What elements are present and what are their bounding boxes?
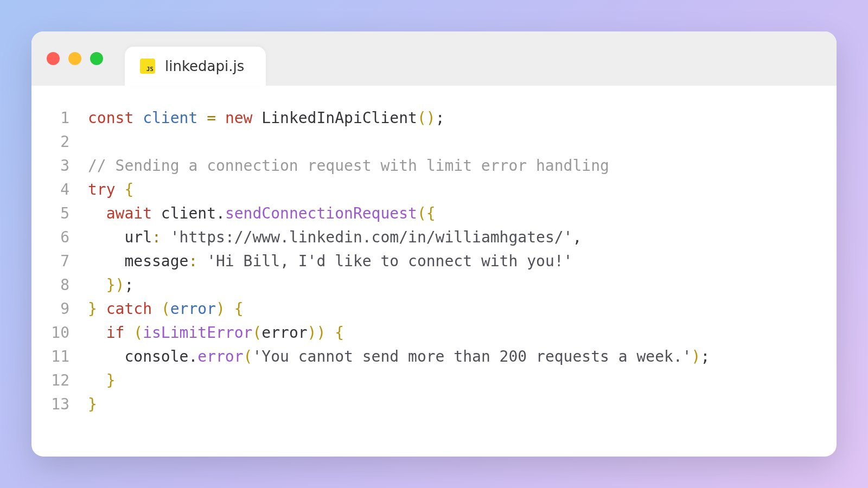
code-line: } [88,393,820,416]
line-number: 8 [48,273,69,297]
code-line: console.error('You cannot send more than… [88,345,820,369]
line-number: 9 [48,297,69,321]
code-line: url: 'https://www.linkedin.com/in/willia… [88,226,820,249]
code-line: const client = new LinkedInApiClient(); [88,106,820,130]
javascript-icon: JS [140,59,155,74]
code-line: await client.sendConnectionRequest({ [88,202,820,226]
line-number: 5 [48,202,69,226]
code-content[interactable]: const client = new LinkedInApiClient(); … [88,106,820,436]
tab-file[interactable]: JS linkedapi.js [125,47,266,86]
code-line: try { [88,178,820,202]
line-number: 10 [48,321,69,345]
line-number: 3 [48,154,69,178]
line-gutter: 12345678910111213 [48,106,88,436]
line-number: 11 [48,345,69,369]
maximize-icon[interactable] [90,52,103,65]
code-editor[interactable]: 12345678910111213 const client = new Lin… [31,86,837,457]
code-line [88,130,820,154]
line-number: 6 [48,226,69,249]
line-number: 7 [48,249,69,273]
line-number: 12 [48,369,69,393]
close-icon[interactable] [47,52,60,65]
code-line: } [88,369,820,393]
titlebar: JS linkedapi.js [31,31,837,86]
code-line: } catch (error) { [88,297,820,321]
code-line: // Sending a connection request with lim… [88,154,820,178]
editor-window: JS linkedapi.js 12345678910111213 const … [31,31,837,457]
line-number: 13 [48,393,69,416]
line-number: 1 [48,106,69,130]
code-line: if (isLimitError(error)) { [88,321,820,345]
line-number: 4 [48,178,69,202]
window-controls [47,52,103,65]
minimize-icon[interactable] [68,52,81,65]
code-line: message: 'Hi Bill, I'd like to connect w… [88,249,820,273]
line-number: 2 [48,130,69,154]
code-line: }); [88,273,820,297]
tab-label: linkedapi.js [165,58,244,74]
